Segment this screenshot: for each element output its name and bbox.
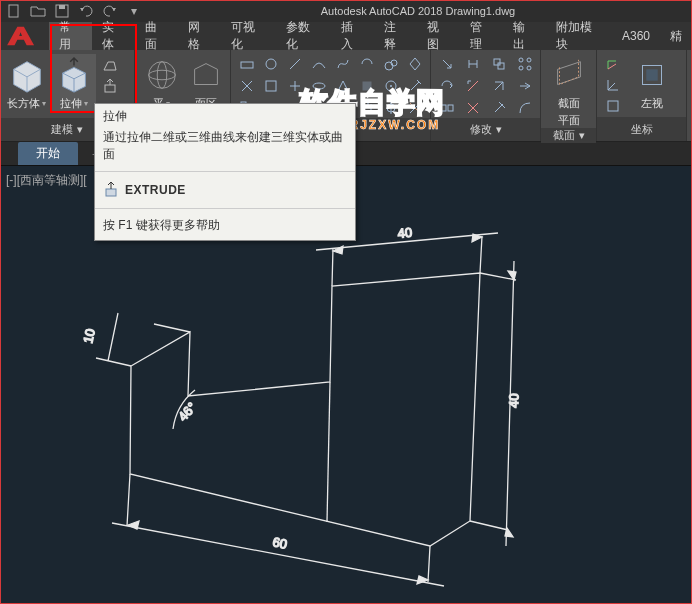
- svg-rect-22: [494, 59, 500, 65]
- tab-home[interactable]: 常用: [49, 22, 92, 50]
- section-plane-button[interactable]: 截面平面: [545, 54, 592, 128]
- panel-title-edit[interactable]: 修改▾: [431, 118, 540, 141]
- svg-point-25: [527, 58, 531, 62]
- sphere-icon: [143, 56, 181, 94]
- edit-btn-6[interactable]: [461, 76, 485, 96]
- draw-btn-16[interactable]: [403, 76, 427, 96]
- edit-btn-5[interactable]: [435, 76, 459, 96]
- svg-point-26: [519, 66, 523, 70]
- svg-point-16: [390, 85, 392, 87]
- svg-rect-33: [106, 189, 116, 196]
- panel-title-section[interactable]: 截面▾: [541, 128, 596, 143]
- tab-addins[interactable]: 附加模块: [546, 22, 612, 50]
- svg-rect-3: [105, 85, 115, 92]
- chevron-down-icon[interactable]: ▾: [126, 3, 142, 19]
- svg-rect-29: [448, 105, 453, 111]
- caret-icon: ▾: [84, 99, 88, 108]
- tooltip-help: 按 F1 键获得更多帮助: [95, 211, 355, 240]
- draw-btn-3[interactable]: [283, 54, 307, 74]
- draw-btn-12[interactable]: [307, 76, 331, 96]
- tab-mesh[interactable]: 网格: [178, 22, 221, 50]
- dim-top-40: 40: [397, 225, 413, 241]
- draw-btn-6[interactable]: [355, 54, 379, 74]
- redo-icon[interactable]: [102, 3, 118, 19]
- edit-btn-11[interactable]: [487, 98, 511, 118]
- view-icon: [633, 56, 671, 94]
- tab-insert[interactable]: 插入: [331, 22, 374, 50]
- svg-rect-2: [59, 5, 65, 9]
- draw-btn-5[interactable]: [331, 54, 355, 74]
- flatten-label: 左视: [641, 96, 663, 111]
- draw-btn-14[interactable]: [355, 76, 379, 96]
- box-label: 长方体: [7, 96, 40, 111]
- tab-visualize[interactable]: 可视化: [221, 22, 276, 50]
- draw-btn-22[interactable]: [355, 98, 379, 118]
- edit-btn-12[interactable]: [513, 98, 537, 118]
- extrude-icon: [103, 182, 119, 198]
- svg-rect-23: [498, 63, 504, 69]
- svg-rect-12: [266, 81, 276, 91]
- tooltip-description: 通过拉伸二维或三维曲线来创建三维实体或曲面: [95, 127, 355, 169]
- extrude-tooltip: 拉伸 通过拉伸二维或三维曲线来创建三维实体或曲面 EXTRUDE 按 F1 键获…: [94, 103, 356, 241]
- draw-btn-4[interactable]: [307, 54, 331, 74]
- draw-btn-8[interactable]: [403, 54, 427, 74]
- edit-btn-7[interactable]: [487, 76, 511, 96]
- undo-icon[interactable]: [78, 3, 94, 19]
- coord-btn-3[interactable]: [601, 96, 625, 116]
- coord-btn-2[interactable]: [601, 75, 625, 95]
- extrude-icon: [55, 56, 93, 94]
- draw-btn-13[interactable]: [331, 76, 355, 96]
- dim-left-10: 10: [80, 327, 98, 344]
- draw-btn-9[interactable]: [235, 76, 259, 96]
- left-view-button[interactable]: 左视: [627, 54, 677, 111]
- dim-angle-46: 46°: [175, 399, 199, 424]
- extrude-button[interactable]: 拉伸▾: [51, 54, 96, 111]
- edit-btn-1[interactable]: [435, 54, 459, 74]
- draw-btn-11[interactable]: [283, 76, 307, 96]
- draw-btn-2[interactable]: [259, 54, 283, 74]
- open-icon[interactable]: [30, 3, 46, 19]
- svg-point-7: [157, 62, 167, 89]
- quick-access-toolbar: ▾: [6, 3, 142, 19]
- draw-btn-1[interactable]: [235, 54, 259, 74]
- draw-btn-10[interactable]: [259, 76, 283, 96]
- svg-rect-28: [441, 105, 446, 111]
- section-label: 截面: [558, 96, 580, 111]
- svg-rect-14: [363, 82, 371, 90]
- svg-point-5: [148, 62, 175, 89]
- edit-btn-8[interactable]: [513, 76, 537, 96]
- tab-view[interactable]: 视图: [417, 22, 460, 50]
- tab-output[interactable]: 输出: [503, 22, 546, 50]
- svg-point-10: [385, 62, 393, 70]
- draw-btn-7[interactable]: [379, 54, 403, 74]
- svg-rect-8: [241, 62, 253, 68]
- draw-btn-24[interactable]: [403, 98, 427, 118]
- presspull-button[interactable]: [98, 77, 122, 97]
- svg-rect-32: [646, 69, 657, 80]
- coord-btn-1[interactable]: [601, 54, 625, 74]
- edit-btn-2[interactable]: [461, 54, 485, 74]
- edit-btn-3[interactable]: [487, 54, 511, 74]
- file-tab-start[interactable]: 开始: [18, 142, 78, 165]
- save-icon[interactable]: [54, 3, 70, 19]
- edit-btn-10[interactable]: [461, 98, 485, 118]
- draw-btn-23[interactable]: [379, 98, 403, 118]
- tab-more[interactable]: 精: [660, 22, 692, 50]
- app-title: Autodesk AutoCAD 2018 Drawing1.dwg: [321, 5, 515, 17]
- svg-point-27: [527, 66, 531, 70]
- box-button[interactable]: 长方体▾: [4, 54, 49, 111]
- tab-solid[interactable]: 实体: [92, 22, 135, 50]
- extrude-label: 拉伸: [60, 96, 82, 111]
- edit-btn-9[interactable]: [435, 98, 459, 118]
- tab-a360[interactable]: A360: [612, 22, 660, 50]
- autocad-logo-icon[interactable]: [0, 22, 43, 50]
- panel-title-coord[interactable]: 坐标: [597, 117, 686, 141]
- edit-btn-4[interactable]: [513, 54, 537, 74]
- tab-surface[interactable]: 曲面: [135, 22, 178, 50]
- tab-parametric[interactable]: 参数化: [276, 22, 331, 50]
- draw-btn-15[interactable]: [379, 76, 403, 96]
- tab-manage[interactable]: 管理: [460, 22, 503, 50]
- new-icon[interactable]: [6, 3, 22, 19]
- tab-annotate[interactable]: 注释: [374, 22, 417, 50]
- polysolid-button[interactable]: [98, 56, 122, 76]
